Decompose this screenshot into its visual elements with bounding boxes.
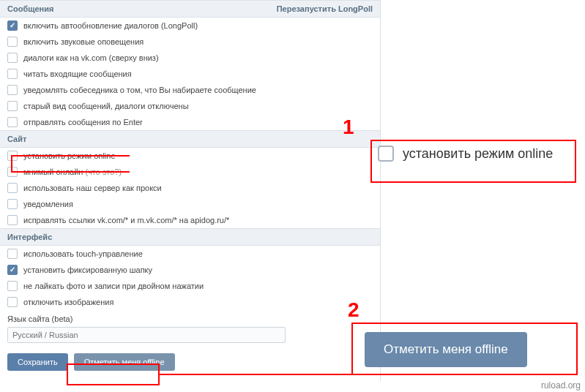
checkbox-icon[interactable] [7,85,18,95]
checkbox-icon[interactable] [7,183,18,193]
option-label: уведомлять собеседника о том, что Вы наб… [23,86,256,94]
option-label: включить автообновление диалогов (LongPo… [23,21,198,30]
hint-link[interactable]: (что это?) [85,167,122,176]
option-row[interactable]: включить звуковые оповещения [0,34,380,50]
checkbox-icon[interactable] [7,297,18,307]
checkbox-icon[interactable] [7,199,18,209]
callout-number-2: 2 [348,298,359,322]
option-row[interactable]: диалоги как на vk.com (сверху вниз) [0,50,380,66]
checkbox-icon [378,146,394,162]
option-label: старый вид сообщений, диалоги отключены [23,102,189,110]
option-row[interactable]: исправлять ссылки vk.com/* и m.vk.com/* … [0,212,380,228]
option-label: отключить изображения [23,298,113,306]
option-label: мнимый онлайн (что это?) [23,167,122,176]
settings-panel: Сообщения Перезапустить LongPoll включит… [0,0,381,381]
callout-number-1: 1 [343,116,354,139]
option-row[interactable]: мнимый онлайн (что это?) [0,164,380,180]
checkbox-icon[interactable] [7,249,18,259]
option-label: включить звуковые оповещения [23,37,144,46]
checkbox-icon[interactable] [7,151,18,161]
option-row[interactable]: не лайкать фото и записи при двойном наж… [0,278,380,294]
option-row[interactable]: использовать touch-управление [0,246,380,262]
option-row[interactable]: читать входящие сообщения [0,66,380,82]
language-label: Язык сайта (beta) [0,310,380,325]
offline-button[interactable]: Отметить меня offline [74,353,175,371]
section-title: Сообщения [7,4,53,13]
option-row[interactable]: отключить изображения [0,294,380,310]
checkbox-icon[interactable] [7,265,18,275]
option-label: не лайкать фото и записи при двойном наж… [23,282,204,290]
checkbox-icon[interactable] [7,281,18,291]
section-header-messages: Сообщения Перезапустить LongPoll [0,0,380,18]
option-row[interactable]: включить автообновление диалогов (LongPo… [0,18,380,34]
option-row-online[interactable]: установить режим online [0,148,380,164]
restart-longpoll-link[interactable]: Перезапустить LongPoll [277,4,373,13]
section-title: Интерфейс [7,233,52,241]
checkbox-icon[interactable] [7,20,18,31]
option-label: использовать наш сервер как прокси [23,184,162,192]
option-row[interactable]: уведомлять собеседника о том, что Вы наб… [0,82,380,98]
option-label: установить режим online [23,151,116,160]
checkbox-icon[interactable] [7,69,18,79]
section-header-site: Сайт [0,130,380,148]
option-row[interactable]: использовать наш сервер как прокси [0,180,380,196]
zoom-callout: установить режим online [378,146,553,162]
language-input[interactable] [7,327,286,343]
option-label: исправлять ссылки vk.com/* и m.vk.com/* … [23,216,229,225]
option-row[interactable]: отправлять сообщения по Enter [0,114,380,130]
option-label: установить фиксированную шапку [23,265,152,274]
checkbox-icon[interactable] [7,167,18,177]
option-label: читать входящие сообщения [23,69,132,78]
checkbox-icon[interactable] [7,101,18,111]
option-row[interactable]: уведомления [0,196,380,212]
watermark: ruload.org [541,380,581,391]
option-label: использовать touch-управление [23,249,143,258]
section-title: Сайт [7,135,26,143]
option-label: отправлять сообщения по Enter [23,118,143,127]
checkbox-icon[interactable] [7,37,18,47]
zoom-label: установить режим online [403,146,553,162]
checkbox-icon[interactable] [7,117,18,127]
save-button[interactable]: Сохранить [7,353,68,371]
button-row: Сохранить Отметить меня offline [0,349,380,381]
section-header-interface: Интерфейс [0,228,380,246]
checkbox-icon[interactable] [7,215,18,225]
option-row[interactable]: старый вид сообщений, диалоги отключены [0,98,380,114]
option-row[interactable]: установить фиксированную шапку [0,262,380,278]
offline-button-large[interactable]: Отметить меня offline [365,332,527,367]
checkbox-icon[interactable] [7,53,18,63]
option-label: диалоги как на vk.com (сверху вниз) [23,53,159,62]
option-label: уведомления [23,200,73,208]
